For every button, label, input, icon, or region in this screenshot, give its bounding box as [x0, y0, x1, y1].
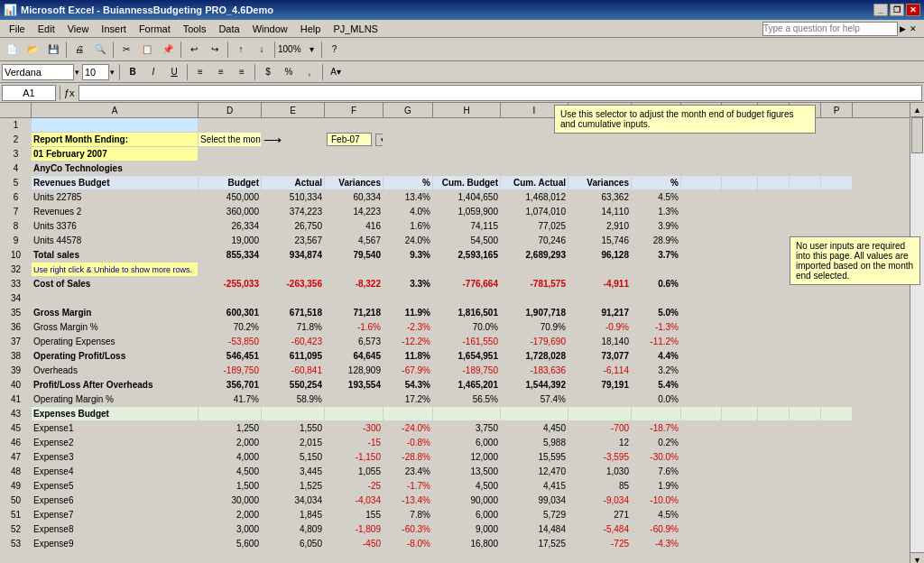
cell-h35[interactable]: 1,816,501 — [433, 306, 501, 319]
cell-m10[interactable] — [722, 248, 758, 262]
cell-d43[interactable] — [199, 407, 262, 420]
sort-desc-button[interactable]: ↓ — [252, 40, 272, 60]
cell-f34[interactable] — [325, 291, 383, 305]
cell-d33[interactable]: -255,033 — [199, 277, 262, 291]
font-name-input[interactable] — [2, 64, 74, 80]
cell-a32[interactable]: Use right click & Unhide to show more ro… — [32, 263, 199, 276]
cell-p48[interactable] — [821, 465, 853, 478]
cell-l43[interactable] — [681, 407, 722, 420]
cell-d46[interactable]: 2,000 — [199, 436, 262, 449]
cell-j43[interactable] — [568, 407, 632, 420]
cell-i47[interactable]: 15,595 — [501, 450, 568, 464]
menu-tools[interactable]: Tools — [178, 23, 212, 35]
cell-m43[interactable] — [722, 407, 758, 420]
cell-p53[interactable] — [821, 537, 853, 550]
cell-k49[interactable]: 1.9% — [632, 479, 681, 493]
cell-j35[interactable]: 91,217 — [568, 306, 632, 319]
cell-d8[interactable]: 26,334 — [199, 219, 262, 233]
cell-j52[interactable]: -5,484 — [568, 522, 632, 536]
cell-a9[interactable]: Units 44578 — [32, 234, 199, 247]
cell-k48[interactable]: 7.6% — [632, 465, 681, 478]
cell-o47[interactable] — [790, 450, 821, 464]
cell-m51[interactable] — [722, 508, 758, 521]
cell-j47[interactable]: -3,595 — [568, 450, 632, 464]
cell-l8[interactable] — [681, 219, 722, 233]
cell-e52[interactable]: 4,809 — [262, 522, 325, 536]
cell-p35[interactable] — [821, 306, 853, 319]
cell-n5[interactable] — [758, 176, 790, 189]
cell-l50[interactable] — [681, 494, 722, 507]
cell-n53[interactable] — [758, 537, 790, 550]
cell-n8[interactable] — [758, 219, 790, 233]
fill-color-button[interactable]: A▾ — [326, 62, 346, 82]
menu-format[interactable]: Format — [134, 23, 176, 35]
cell-n6[interactable] — [758, 190, 790, 204]
cell-i7[interactable]: 1,074,010 — [501, 205, 568, 218]
cell-k5[interactable]: % — [632, 176, 681, 189]
cell-l40[interactable] — [681, 378, 722, 392]
cell-a41[interactable]: Operating Margin % — [32, 392, 199, 406]
font-size-input[interactable] — [82, 64, 109, 80]
cell-h3[interactable] — [433, 147, 501, 161]
cell-e41[interactable]: 58.9% — [262, 392, 325, 406]
cell-k53[interactable]: -4.3% — [632, 537, 681, 550]
cell-a35[interactable]: Gross Margin — [32, 306, 199, 319]
cell-l10[interactable] — [681, 248, 722, 262]
cell-i3[interactable] — [501, 147, 568, 161]
cell-a4[interactable]: AnyCo Technologies — [32, 162, 199, 175]
cell-h9[interactable]: 54,500 — [433, 234, 501, 247]
help-search-input[interactable] — [762, 22, 898, 36]
cell-i32[interactable] — [501, 263, 568, 276]
cell-l51[interactable] — [681, 508, 722, 521]
cell-o40[interactable] — [790, 378, 821, 392]
menu-view[interactable]: View — [62, 23, 95, 35]
paste-button[interactable]: 📌 — [158, 40, 178, 60]
cell-f49[interactable]: -25 — [325, 479, 383, 493]
align-left-button[interactable]: ≡ — [190, 62, 210, 82]
cell-g6[interactable]: 13.4% — [383, 190, 433, 204]
cell-j39[interactable]: -6,114 — [568, 364, 632, 377]
cell-k43[interactable] — [632, 407, 681, 420]
new-button[interactable]: 📄 — [2, 40, 22, 60]
cell-g51[interactable]: 7.8% — [383, 508, 433, 521]
cell-g43[interactable] — [383, 407, 433, 420]
cell-i34[interactable] — [501, 291, 568, 305]
cell-e51[interactable]: 1,845 — [262, 508, 325, 521]
cell-g3[interactable] — [383, 147, 433, 161]
cell-o5[interactable] — [790, 176, 821, 189]
cell-k51[interactable]: 4.5% — [632, 508, 681, 521]
italic-button[interactable]: I — [143, 62, 163, 82]
col-header-g[interactable]: G — [383, 103, 433, 117]
cell-k50[interactable]: -10.0% — [632, 494, 681, 507]
cell-l4[interactable] — [681, 162, 722, 175]
cell-a45[interactable]: Expense1 — [32, 421, 199, 435]
cell-n10[interactable] — [758, 248, 790, 262]
cell-k47[interactable]: -30.0% — [632, 450, 681, 464]
currency-button[interactable]: $ — [258, 62, 278, 82]
cell-o39[interactable] — [790, 364, 821, 377]
cell-l9[interactable] — [681, 234, 722, 247]
cell-h7[interactable]: 1,059,900 — [433, 205, 501, 218]
cell-i5[interactable]: Cum. Actual — [501, 176, 568, 189]
cell-f35[interactable]: 71,218 — [325, 306, 383, 319]
cell-l41[interactable] — [681, 392, 722, 406]
minimize-button[interactable]: _ — [873, 4, 888, 16]
cell-p34[interactable] — [821, 291, 853, 305]
cell-k6[interactable]: 4.5% — [632, 190, 681, 204]
cell-i45[interactable]: 4,450 — [501, 421, 568, 435]
cell-o7[interactable] — [790, 205, 821, 218]
cell-g4[interactable] — [383, 162, 433, 175]
cell-l48[interactable] — [681, 465, 722, 478]
cell-k36[interactable]: -1.3% — [632, 320, 681, 334]
undo-button[interactable]: ↩ — [184, 40, 204, 60]
cell-d2[interactable]: Select the month end — [199, 133, 262, 146]
comma-button[interactable]: , — [300, 62, 319, 82]
cell-j4[interactable] — [568, 162, 632, 175]
cell-e53[interactable]: 6,050 — [262, 537, 325, 550]
cell-h36[interactable]: 70.0% — [433, 320, 501, 334]
cell-n51[interactable] — [758, 508, 790, 521]
cell-a37[interactable]: Operating Expenses — [32, 335, 199, 348]
cell-h50[interactable]: 90,000 — [433, 494, 501, 507]
cell-k41[interactable]: 0.0% — [632, 392, 681, 406]
cell-j36[interactable]: -0.9% — [568, 320, 632, 334]
